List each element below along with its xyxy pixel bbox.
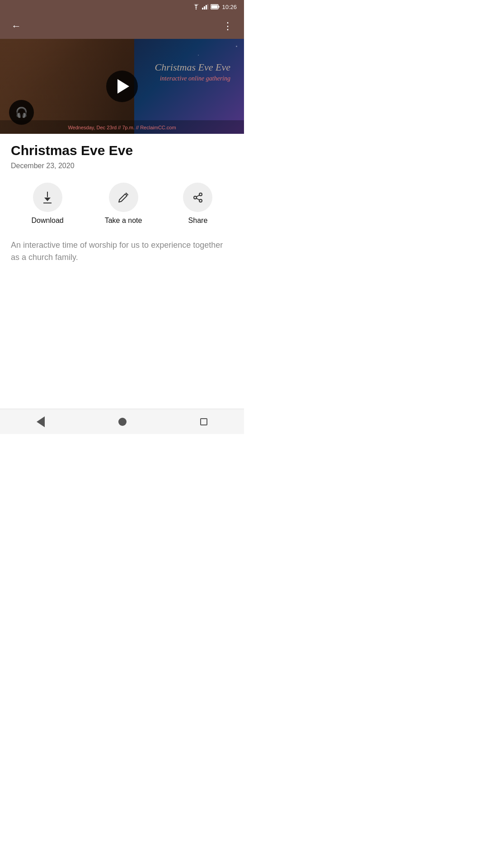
bottom-nav — [0, 409, 244, 434]
sermon-date: December 23, 2020 — [11, 162, 233, 170]
download-icon — [43, 192, 52, 203]
share-action[interactable]: Share — [183, 183, 212, 225]
svg-rect-3 — [206, 5, 207, 9]
signal-icon — [202, 4, 208, 9]
video-thumbnail: Christmas Eve Eve interactive online gat… — [0, 39, 244, 134]
pencil-icon — [118, 192, 129, 203]
video-background: Christmas Eve Eve interactive online gat… — [0, 39, 244, 134]
sermon-description: An interactive time of worship for us to… — [11, 239, 233, 264]
video-title-overlay: Christmas Eve Eve — [155, 61, 230, 73]
download-action[interactable]: Download — [32, 183, 64, 225]
svg-line-13 — [197, 195, 200, 197]
svg-line-12 — [197, 198, 200, 200]
note-circle — [109, 183, 138, 212]
video-date-bar: Wednesday, Dec 23rd // 7p.m. // ReclaimC… — [0, 120, 244, 134]
share-icon — [192, 192, 203, 203]
status-icons: 10:26 — [192, 4, 237, 10]
headphones-icon: 🎧 — [15, 107, 28, 118]
action-row: Download Take a note — [11, 183, 233, 225]
svg-rect-2 — [204, 6, 205, 9]
sermon-title: Christmas Eve Eve — [11, 143, 233, 158]
note-action[interactable]: Take a note — [105, 183, 142, 225]
note-label: Take a note — [105, 217, 142, 225]
content-area: Christmas Eve Eve December 23, 2020 Down… — [0, 134, 244, 273]
download-circle — [33, 183, 62, 212]
nav-back-button[interactable] — [37, 416, 45, 427]
share-label: Share — [188, 217, 208, 225]
nav-home-button[interactable] — [118, 418, 127, 426]
video-date-text: Wednesday, Dec 23rd // 7p.m. // ReclaimC… — [68, 125, 176, 130]
video-text-overlay: Christmas Eve Eve interactive online gat… — [155, 61, 230, 82]
play-button[interactable] — [106, 71, 138, 102]
svg-rect-4 — [207, 4, 208, 9]
svg-point-0 — [196, 9, 197, 9]
wifi-icon — [192, 4, 200, 9]
svg-rect-1 — [202, 8, 203, 9]
svg-rect-6 — [219, 6, 220, 8]
nav-recent-button[interactable] — [200, 418, 207, 425]
download-label: Download — [32, 217, 64, 225]
share-circle — [183, 183, 212, 212]
top-nav: ← ⋮ — [0, 14, 244, 39]
battery-icon — [211, 4, 220, 9]
status-time: 10:26 — [222, 4, 237, 10]
status-bar: 10:26 — [0, 0, 244, 14]
svg-rect-7 — [211, 5, 218, 9]
back-button[interactable]: ← — [7, 17, 25, 35]
more-menu-button[interactable]: ⋮ — [219, 17, 237, 35]
video-subtitle-overlay: interactive online gathering — [155, 75, 230, 82]
play-icon — [117, 79, 129, 94]
